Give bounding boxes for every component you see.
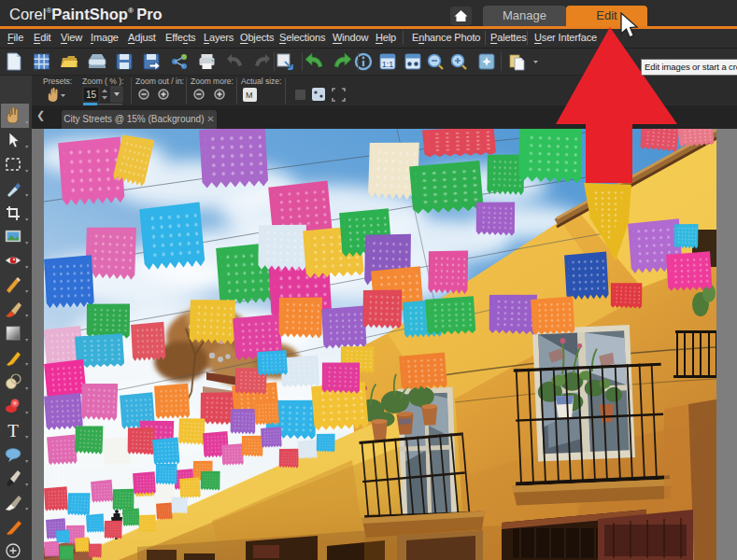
svg-text:15: 15	[86, 90, 97, 100]
svg-text:T: T	[7, 421, 19, 441]
svg-text:1:1: 1:1	[382, 60, 394, 69]
svg-text:M: M	[246, 91, 253, 100]
